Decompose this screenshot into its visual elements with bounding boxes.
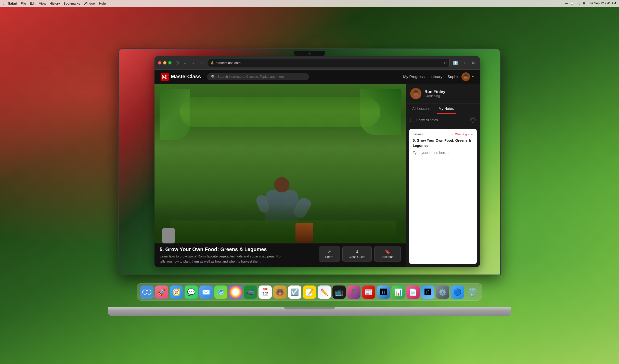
- share-icon: ↗: [328, 249, 331, 254]
- menubar-battery-icon: ▬: [565, 2, 568, 5]
- camera-dot: [308, 53, 311, 55]
- dock-screen-time[interactable]: 🔵: [451, 285, 464, 299]
- notes-info-button[interactable]: ⓘ: [470, 117, 476, 123]
- dock-pages[interactable]: 📄: [406, 285, 420, 299]
- tab-expand[interactable]: ⌄: [182, 60, 188, 66]
- menubar-view[interactable]: View: [39, 2, 46, 5]
- masterclass-logo-icon: M: [161, 73, 169, 81]
- foreground-plants: [154, 203, 406, 243]
- svg-point-5: [143, 290, 147, 294]
- nav-library[interactable]: Library: [431, 74, 442, 79]
- menubar-file[interactable]: File: [21, 2, 26, 5]
- reload-button[interactable]: ↻: [444, 61, 447, 65]
- sidebar-toggle[interactable]: ⊞: [174, 60, 180, 66]
- dock-numbers[interactable]: 📊: [392, 285, 405, 299]
- tab-all-lessons[interactable]: All Lessons: [410, 103, 433, 114]
- dock-mail[interactable]: ✉️: [199, 285, 213, 299]
- menubar-window[interactable]: Window: [84, 2, 95, 5]
- menubar-wifi-icon: ⌚: [570, 2, 574, 5]
- share-button[interactable]: ⬆️: [452, 60, 459, 66]
- minimize-button[interactable]: [163, 61, 166, 64]
- screen-bezel: ⊞ ⌄ ‹ › 🔒 masterclass.com ↻ ⬆️ + ⧉: [118, 48, 501, 275]
- logo-area[interactable]: M MasterClass: [161, 73, 201, 81]
- user-menu-chevron: ▾: [472, 75, 474, 79]
- instructor-avatar: 👨🏾: [410, 88, 421, 99]
- share-action-button[interactable]: ↗ Share: [319, 246, 340, 262]
- dock-freeform[interactable]: ✏️: [318, 285, 331, 299]
- dock-music[interactable]: 🎵: [347, 285, 360, 299]
- dock-maps[interactable]: 🗺️: [214, 285, 227, 299]
- dock-launchpad[interactable]: 🚀: [155, 285, 168, 299]
- laptop-hinge: [284, 307, 335, 309]
- lesson-note-header: Lesson 5 • Watching Now: [413, 133, 473, 136]
- search-input[interactable]: [217, 75, 305, 79]
- class-guide-button[interactable]: ⬇ Class Guide: [342, 246, 372, 262]
- bg-foliage: [180, 97, 380, 127]
- dock-bear[interactable]: 🐻: [273, 285, 287, 299]
- dock-finder[interactable]: [140, 285, 153, 299]
- maximize-button[interactable]: [168, 61, 172, 64]
- dock-appstore-big[interactable]: 🅰: [421, 285, 434, 299]
- notes-input[interactable]: [413, 151, 473, 197]
- bookmark-icon: 🔖: [385, 249, 390, 254]
- menubar-app-name[interactable]: Safari: [8, 2, 17, 5]
- instructor-header: 👨🏾 Ron Finley Gardening: [406, 84, 480, 103]
- dock-notes[interactable]: 📝: [303, 285, 316, 299]
- site-content: 5. Grow Your Own Food: Greens & Legumes …: [154, 84, 480, 267]
- menubar-control-center[interactable]: ⊞: [583, 2, 586, 5]
- show-all-notes[interactable]: Show all notes: [410, 118, 438, 122]
- forward-button[interactable]: ›: [199, 60, 205, 66]
- dock-reminders[interactable]: ☑️: [288, 285, 301, 299]
- dock-photos[interactable]: [229, 285, 242, 299]
- dock-facetime[interactable]: 📹: [244, 285, 257, 299]
- menubar-edit[interactable]: Edit: [30, 2, 35, 5]
- dock: 🚀 🧭 💬 ✉️ 🗺️ 📹 SEP 12: [137, 283, 482, 301]
- video-text-info: 5. Grow Your Own Food: Greens & Legumes …: [160, 246, 314, 264]
- clay-pot: [295, 223, 313, 243]
- tab-overview[interactable]: ⧉: [470, 60, 476, 66]
- dock-news[interactable]: 📰: [362, 285, 375, 299]
- video-bottom: 5. Grow Your Own Food: Greens & Legumes …: [154, 243, 406, 267]
- instructor-name: Ron Finley: [424, 89, 445, 94]
- dot-separator: •: [453, 133, 454, 136]
- svg-point-6: [147, 290, 151, 294]
- instructor-subject: Gardening: [424, 94, 445, 98]
- bookmark-button[interactable]: 🔖 Bookmark: [374, 246, 401, 262]
- logo-text: MasterClass: [171, 74, 201, 80]
- browser-chrome: ⊞ ⌄ ‹ › 🔒 masterclass.com ↻ ⬆️ + ⧉: [154, 56, 480, 70]
- dock-calendar[interactable]: SEP 12: [259, 285, 272, 299]
- dock-safari[interactable]: 🧭: [170, 285, 183, 299]
- menubar-help[interactable]: Help: [99, 2, 106, 5]
- video-title: 5. Grow Your Own Food: Greens & Legumes: [160, 246, 314, 252]
- lesson-card-title: 5. Grow Your Own Food: Greens & Legumes: [413, 138, 473, 148]
- dock-trash[interactable]: 🗑️: [466, 285, 479, 299]
- user-area[interactable]: Sophie 👨🏾 ▾: [447, 72, 474, 81]
- new-tab-button[interactable]: +: [461, 60, 468, 66]
- notes-header: Show all notes ⓘ: [406, 114, 480, 126]
- user-avatar: 👨🏾: [461, 72, 470, 81]
- traffic-lights: [158, 61, 172, 64]
- show-all-notes-checkbox[interactable]: [410, 118, 414, 122]
- menubar-search-icon[interactable]: 🔍: [577, 2, 581, 5]
- menubar-bookmarks[interactable]: Bookmarks: [63, 2, 80, 5]
- menubar-history[interactable]: History: [50, 2, 60, 5]
- instructor-head: [274, 177, 290, 192]
- dock-messages[interactable]: 💬: [185, 285, 198, 299]
- nav-my-progress[interactable]: My Progress: [403, 74, 424, 79]
- user-name: Sophie: [447, 74, 459, 79]
- search-bar[interactable]: 🔍: [207, 73, 309, 80]
- vegetable-spread: [170, 220, 396, 241]
- address-bar[interactable]: 🔒 masterclass.com ↻: [208, 59, 450, 67]
- camera-notch: [294, 51, 325, 56]
- back-button[interactable]: ‹: [190, 60, 197, 66]
- close-button[interactable]: [158, 61, 161, 64]
- video-player[interactable]: [154, 84, 406, 243]
- laptop-base: [108, 307, 511, 316]
- dock-appletv[interactable]: 📺: [332, 285, 346, 299]
- watering-can: [162, 228, 175, 243]
- sidebar: 👨🏾 Ron Finley Gardening All Le: [406, 84, 480, 267]
- apple-menu[interactable]: : [3, 1, 4, 5]
- dock-appstore-small[interactable]: 🅰: [377, 285, 390, 299]
- dock-system-prefs[interactable]: ⚙️: [436, 285, 449, 299]
- tab-my-notes[interactable]: My Notes: [437, 103, 456, 114]
